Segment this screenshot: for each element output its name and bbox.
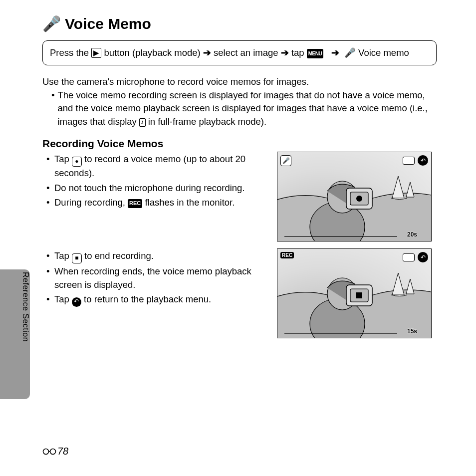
recording-steps-2: Tap ■ to end recording. When recording e… <box>42 248 265 308</box>
s4a: Tap <box>54 250 72 261</box>
intro-line1: Use the camera's microphone to record vo… <box>42 75 437 89</box>
subheading: Recording Voice Memos <box>42 138 437 150</box>
screen-recording-start: 🎤 ↶ 20s <box>277 152 432 241</box>
mic-ui-icon: 🎤 <box>280 155 291 166</box>
page-number: 78 <box>42 446 68 457</box>
playback-button-icon: ▶ <box>91 48 101 58</box>
screenshots-col-1: 🎤 ↶ 20s <box>277 152 437 241</box>
rec-indicator-icon: REC <box>280 252 294 258</box>
menu-badge-icon: MENU <box>307 49 323 58</box>
screen2-topright: ↶ <box>403 252 428 262</box>
bc-select: select an image <box>214 47 281 58</box>
page-ref-icon <box>42 447 56 456</box>
s1b: to record a voice memo (up to about 20 s… <box>54 154 245 178</box>
recording-row-2: Tap ■ to end recording. When recording e… <box>42 248 437 338</box>
screen-recording-active: REC ↶ 15s <box>277 248 432 338</box>
step-4: Tap ■ to end recording. <box>54 249 265 263</box>
return-button-icon: ↶ <box>72 297 81 307</box>
timer-label: 20s <box>407 231 417 238</box>
svg-point-10 <box>43 449 49 454</box>
arrow-icon: ➔ <box>331 47 339 58</box>
step-5: When recording ends, the voice memo play… <box>54 265 265 292</box>
bc-voice-memo: Voice memo <box>358 47 409 58</box>
stop-button-icon: ■ <box>72 253 82 263</box>
screen2-topleft: REC <box>280 252 294 258</box>
back-button-icon: ↶ <box>418 155 428 166</box>
intro-block: Use the camera's microphone to record vo… <box>42 75 437 129</box>
mic-icon: 🎤 <box>42 15 61 32</box>
timer-label: 15s <box>407 328 417 335</box>
mic-small-icon: 🎤 <box>342 47 356 58</box>
intro-bullet: • The voice memo recording screen is dis… <box>42 89 437 129</box>
page-number-text: 78 <box>57 446 68 457</box>
bc-arrow3 <box>326 47 328 58</box>
bc-tap: tap <box>291 47 307 58</box>
s6b: to return to the playback menu. <box>84 294 211 304</box>
step-2: Do not touch the microphone during recor… <box>54 182 265 195</box>
recording-steps-1: Tap ● to record a voice memo (up to abou… <box>42 152 265 211</box>
s1a: Tap <box>54 154 72 164</box>
screen1-topright: ↶ <box>403 155 428 166</box>
arrow-icon: ➔ <box>281 47 289 58</box>
back-button-icon: ↶ <box>418 252 428 262</box>
page: Reference Section 🎤 Voice Memo Press the… <box>0 0 476 476</box>
s3b: flashes in the monitor. <box>145 197 235 208</box>
sidebar-label: Reference Section <box>21 272 30 342</box>
step-6: Tap ↶ to return to the playback menu. <box>54 293 265 306</box>
breadcrumb-box: Press the ▶ button (playback mode) ➔ sel… <box>42 40 437 65</box>
record-button-icon: ● <box>72 157 82 167</box>
s6a: Tap <box>54 294 72 304</box>
progress-bar <box>284 333 397 334</box>
battery-icon <box>403 253 415 261</box>
battery-icon <box>403 157 415 165</box>
title-text: Voice Memo <box>65 15 151 32</box>
step-3: During recording, REC flashes in the mon… <box>54 196 265 210</box>
audio-file-icon: ♪ <box>139 118 146 127</box>
step-1: Tap ● to record a voice memo (up to abou… <box>54 153 265 180</box>
rec-badge-icon: REC <box>128 199 142 208</box>
svg-rect-9 <box>356 292 362 298</box>
screenshots-col-2: REC ↶ 15s <box>277 248 437 338</box>
intro-bullet-text: The voice memo recording screen is displ… <box>57 89 437 129</box>
screen1-topleft: 🎤 <box>280 155 291 166</box>
bullet-dot: • <box>51 89 54 129</box>
bc-after-play: button (playback mode) <box>104 47 203 58</box>
page-title: 🎤 Voice Memo <box>42 15 437 32</box>
svg-point-4 <box>356 196 362 202</box>
arrow-icon: ➔ <box>203 47 211 58</box>
main-content: 🎤 Voice Memo Press the ▶ button (playbac… <box>42 15 437 338</box>
progress-bar <box>284 236 397 237</box>
s3a: During recording, <box>54 197 128 208</box>
intro-bullet1-b: in full-frame playback mode). <box>148 116 267 127</box>
svg-point-11 <box>50 449 56 454</box>
bc-prefix: Press the <box>50 47 91 58</box>
recording-row-1: Tap ● to record a voice memo (up to abou… <box>42 152 437 241</box>
s4b: to end recording. <box>84 250 154 261</box>
